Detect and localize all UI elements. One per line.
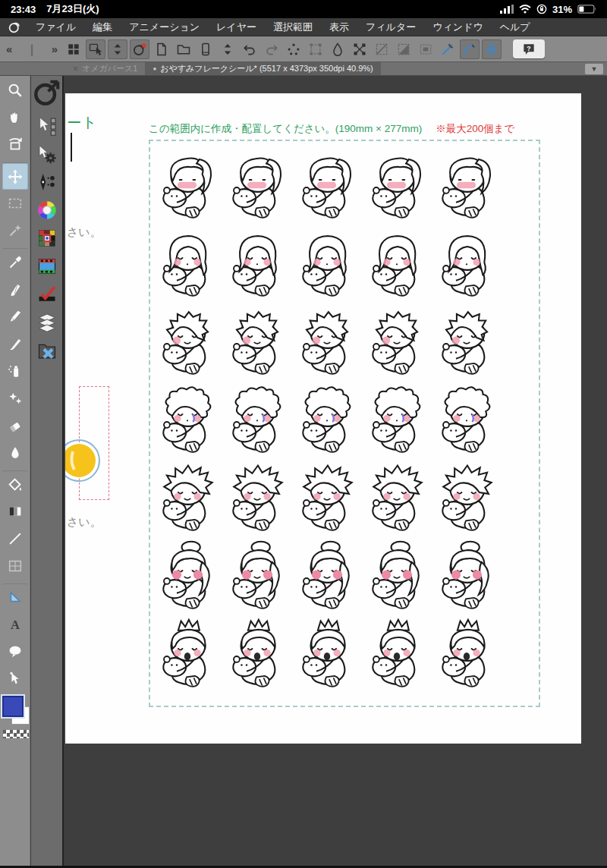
clock: 23:43: [11, 4, 36, 15]
sticker-bun-updo-sleeper: [292, 536, 362, 615]
sticker-tuft-yawning-sleeper: [432, 615, 502, 693]
open-file-icon[interactable]: [174, 39, 193, 59]
material-panel-icon[interactable]: [36, 340, 58, 361]
sticker-ponytail-sleeper: [292, 146, 362, 224]
menu-item-4[interactable]: 選択範囲: [265, 20, 321, 34]
close-icon[interactable]: ×: [73, 64, 78, 74]
tab-list-dropdown[interactable]: ▼: [585, 64, 603, 74]
menu-item-3[interactable]: レイヤー: [208, 20, 265, 34]
marquee-select-tool[interactable]: [2, 190, 28, 217]
curve-ruler-icon[interactable]: [460, 39, 480, 59]
sticker-tuft-yawning-sleeper: [292, 615, 362, 693]
rotate-canvas-tool[interactable]: [2, 131, 28, 159]
menu-bar: ファイル編集アニメーションレイヤー選択範囲表示フィルターウィンドウヘルプ: [0, 18, 607, 36]
balloon-tool[interactable]: [2, 638, 28, 665]
line-ruler-icon[interactable]: [438, 39, 458, 59]
menu-item-2[interactable]: アニメーション: [121, 20, 208, 34]
selection-launcher-icon[interactable]: [416, 39, 436, 59]
clip-studio-app-icon[interactable]: [130, 39, 149, 59]
move-layer-tool[interactable]: [2, 162, 28, 190]
sticker-spiky-swept-sleeper: [362, 458, 432, 536]
layer-panel-icon[interactable]: [36, 312, 58, 333]
pencil-tool[interactable]: [2, 303, 28, 330]
transform-icon[interactable]: [306, 39, 326, 59]
eraser-tool[interactable]: [2, 412, 28, 439]
sticker-curly-teary-sleeper: [153, 380, 222, 458]
modified-dot-icon: ●: [153, 65, 156, 72]
hand-tool[interactable]: [2, 104, 28, 131]
pen-tool[interactable]: [2, 275, 28, 303]
canvas-area[interactable]: ート この範囲内に作成・配置してください。(190mm × 277mm) ※最大…: [65, 76, 607, 868]
symmetry-ruler-icon[interactable]: [482, 39, 502, 59]
menu-item-8[interactable]: ヘルプ: [492, 20, 539, 34]
tool-column: A: [0, 76, 30, 868]
undo-icon[interactable]: [240, 39, 259, 59]
mesh-transform-icon[interactable]: [350, 39, 370, 59]
battery-icon: [577, 5, 596, 14]
magic-wand-tool[interactable]: [2, 217, 28, 244]
sticker-long-hair-sleeper: [153, 224, 222, 302]
rotation-lock-icon: [536, 4, 547, 14]
operation-tool[interactable]: [2, 583, 28, 611]
fill-tool[interactable]: [2, 470, 28, 498]
canvas-tab-bar: ×オメガバース1●おやすみフレークシール* (5517 x 4373px 350…: [0, 62, 607, 76]
help-icon[interactable]: ?: [513, 39, 545, 58]
redo-icon[interactable]: [262, 39, 281, 59]
invert-selection-icon[interactable]: [394, 39, 414, 59]
canvas-tab-1[interactable]: ●おやすみフレークシール* (5517 x 4373px 350dpi 40.9…: [145, 62, 380, 75]
scatter-move-icon[interactable]: [284, 39, 304, 59]
new-canvas-icon[interactable]: [152, 39, 171, 59]
canvas-tab-0[interactable]: ×オメガバース1: [65, 62, 145, 75]
sticker-bun-updo-sleeper: [153, 536, 222, 615]
sticker-spiky-swept-sleeper: [153, 458, 222, 536]
collapse-right-icon[interactable]: »: [52, 42, 58, 55]
collapse-left-icon[interactable]: «: [6, 42, 12, 55]
menu-item-7[interactable]: ウィンドウ: [424, 20, 492, 34]
sticker-long-hair-sleeper: [362, 224, 432, 302]
text-tool[interactable]: A: [2, 611, 28, 638]
timeline-icon[interactable]: [36, 256, 58, 277]
auto-action-icon[interactable]: [36, 115, 58, 137]
sub-tool-icon[interactable]: [36, 171, 58, 193]
airbrush-tool[interactable]: [2, 357, 28, 385]
foreground-color-swatch[interactable]: [2, 696, 24, 717]
menu-item-0[interactable]: ファイル: [27, 20, 84, 34]
touch-gesture-icon[interactable]: [86, 39, 105, 59]
decoration-tool[interactable]: [2, 385, 28, 412]
sticker-curly-teary-sleeper: [432, 380, 502, 458]
panel-collapse-controls[interactable]: « ❘ »: [0, 42, 64, 56]
clip-studio-logo-icon[interactable]: [8, 20, 21, 34]
brush-tool[interactable]: [2, 330, 28, 357]
figure-tool[interactable]: [2, 525, 28, 552]
blend-tool[interactable]: [2, 439, 28, 467]
transparent-color-swatch[interactable]: [2, 729, 30, 739]
partial-heading-text: ート: [67, 113, 97, 133]
sticker-bun-updo-sleeper: [362, 536, 432, 615]
blend-drop-icon[interactable]: [328, 39, 348, 59]
collapse-bar-icon: ❘: [27, 42, 37, 56]
correct-line-tool[interactable]: [2, 665, 28, 693]
eyedropper-tool[interactable]: [2, 248, 28, 275]
gradient-tool[interactable]: [2, 498, 28, 525]
color-wheel-icon[interactable]: [36, 200, 58, 221]
sticker-curly-teary-sleeper: [362, 380, 432, 458]
tool-property-icon[interactable]: [36, 143, 58, 165]
date: 7月23日(火): [46, 2, 99, 16]
menu-item-6[interactable]: フィルター: [357, 20, 424, 34]
deselect-icon[interactable]: [372, 39, 392, 59]
launcher-icon[interactable]: [33, 78, 61, 108]
sticker-messy-short-sleeper: [153, 302, 222, 380]
workspace-grid-icon[interactable]: [64, 39, 83, 59]
zoom-tool[interactable]: [2, 77, 28, 104]
battery-percent: 31%: [552, 4, 572, 15]
device-canvas-icon[interactable]: [196, 39, 215, 59]
status-bar: 23:43 7月23日(火) 31%: [0, 0, 607, 18]
menu-item-5[interactable]: 表示: [321, 20, 357, 34]
correction-icon[interactable]: [36, 284, 58, 305]
frame-border-tool[interactable]: [2, 552, 28, 580]
size-spinner-icon[interactable]: [108, 39, 127, 59]
document-page[interactable]: ート この範囲内に作成・配置してください。(190mm × 277mm) ※最大…: [65, 93, 581, 744]
menu-item-1[interactable]: 編集: [84, 20, 121, 34]
color-set-icon[interactable]: [36, 228, 58, 249]
device-spinner-icon[interactable]: [218, 39, 237, 59]
